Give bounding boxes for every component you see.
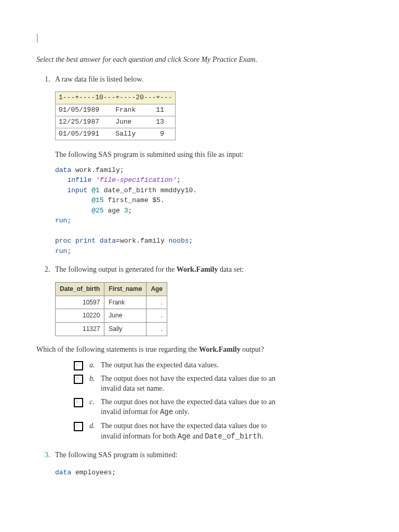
option-letter: b. bbox=[89, 374, 101, 384]
option-text: The output does not have the expected da… bbox=[101, 374, 277, 394]
output-cell: 11327 bbox=[56, 323, 104, 336]
code-kw: run; bbox=[55, 217, 71, 224]
q3-code-block: data employees; bbox=[55, 468, 363, 478]
output-header: Age bbox=[147, 282, 167, 296]
output-header: Date_of_birth bbox=[56, 282, 104, 296]
question-2: 2.The following output is generated for … bbox=[36, 264, 363, 275]
output-cell: . bbox=[147, 309, 167, 323]
code-kw: data bbox=[100, 237, 116, 245]
code-kw: print bbox=[75, 237, 96, 245]
code-text: date_of_birth mmddyy10. bbox=[100, 187, 197, 194]
raw-data-table: 1---+----10---+----20---+--- 01/05/1989 … bbox=[55, 91, 176, 140]
code-kw: infile bbox=[55, 176, 96, 184]
q2-prompt-a: The following output is generated for th… bbox=[55, 265, 177, 273]
output-cell: . bbox=[147, 296, 167, 309]
code-kw: input bbox=[55, 187, 91, 194]
q2-prompt: 2.The following output is generated for … bbox=[45, 264, 363, 275]
code-literal: 'file-specification' bbox=[96, 176, 177, 184]
code-text: $5. bbox=[152, 196, 164, 204]
radio-d[interactable] bbox=[74, 422, 83, 431]
output-cell: Frank bbox=[104, 296, 147, 309]
ruler-row: 1---+----10---+----20---+--- bbox=[56, 92, 176, 104]
code-kw: data bbox=[55, 166, 71, 174]
q1-number: 1. bbox=[45, 74, 55, 85]
code-text bbox=[96, 237, 100, 245]
code-text bbox=[71, 237, 75, 245]
exam-instructions: Select the best answer for each question… bbox=[36, 55, 363, 65]
code-pos: @15 bbox=[55, 196, 104, 204]
code-kw: run; bbox=[55, 247, 71, 255]
option-d: d. The output does not have the expected… bbox=[74, 421, 363, 442]
option-text: The output does not have the expected da… bbox=[101, 397, 277, 418]
code-text: ; bbox=[128, 207, 132, 215]
code-text: ; bbox=[177, 176, 181, 184]
option-c: c. The output does not have the expected… bbox=[74, 397, 363, 418]
radio-c[interactable] bbox=[74, 398, 83, 407]
code-pos: @1 bbox=[91, 187, 100, 194]
code-text: =work.family bbox=[116, 237, 168, 245]
q2-which-b: output? bbox=[241, 345, 264, 353]
q1-post-text: The following SAS program is submitted u… bbox=[36, 150, 363, 160]
q2-which-bold: Work.Family bbox=[199, 345, 241, 353]
q3-number: 3. bbox=[45, 450, 55, 460]
code-kw: noobs bbox=[169, 237, 189, 245]
output-header: First_name bbox=[104, 282, 147, 296]
radio-b[interactable] bbox=[74, 375, 83, 384]
raw-row: 01/05/1991 Sally 9 bbox=[56, 128, 176, 140]
output-cell: . bbox=[147, 323, 167, 336]
q2-which-a: Which of the following statements is tru… bbox=[36, 345, 199, 353]
option-letter: c. bbox=[89, 397, 101, 407]
question-1: 1.A raw data file is listed below. 1---+… bbox=[36, 74, 363, 140]
raw-row: 12/25/1987 June 13 bbox=[56, 116, 176, 128]
option-letter: a. bbox=[89, 360, 101, 370]
code-text: work.family; bbox=[71, 166, 124, 174]
output-cell: 10220 bbox=[56, 309, 104, 323]
q2-which: Which of the following statements is tru… bbox=[36, 344, 363, 355]
q1-code-block: data work.family; infile 'file-specifica… bbox=[55, 165, 363, 257]
output-table: Date_of_birth First_name Age 10597 Frank… bbox=[55, 282, 167, 336]
option-text: The output has the expected data values. bbox=[101, 360, 277, 370]
code-kw: data bbox=[55, 469, 71, 476]
question-3: 3.The following SAS program is submitted… bbox=[36, 450, 363, 460]
option-text: The output does not have the expected da… bbox=[101, 421, 277, 442]
code-text: employees; bbox=[71, 469, 116, 476]
text-cursor: | bbox=[36, 31, 363, 44]
q2-number: 2. bbox=[45, 264, 55, 275]
output-cell: June bbox=[104, 309, 147, 323]
q2-options: a. The output has the expected data valu… bbox=[36, 360, 363, 442]
code-text: ; bbox=[189, 237, 193, 245]
code-text: first_name bbox=[104, 196, 153, 204]
code-pos: @25 bbox=[55, 207, 104, 215]
output-cell: 10597 bbox=[56, 296, 104, 309]
q1-prompt-text: A raw data file is listed below. bbox=[55, 75, 143, 83]
option-b: b. The output does not have the expected… bbox=[74, 374, 363, 394]
code-kw: proc bbox=[55, 237, 71, 245]
output-cell: Sally bbox=[104, 323, 147, 336]
q2-prompt-b: data set: bbox=[218, 265, 244, 273]
q3-prompt-text: The following SAS program is submitted: bbox=[55, 451, 177, 459]
q2-prompt-bold: Work.Family bbox=[177, 265, 218, 273]
option-letter: d. bbox=[89, 421, 101, 431]
raw-row: 01/05/1989 Frank 11 bbox=[56, 104, 176, 116]
radio-a[interactable] bbox=[74, 361, 83, 370]
q1-prompt: 1.A raw data file is listed below. bbox=[45, 74, 363, 85]
q3-prompt: 3.The following SAS program is submitted… bbox=[45, 450, 363, 460]
code-text: age bbox=[104, 207, 124, 215]
option-a: a. The output has the expected data valu… bbox=[74, 360, 363, 370]
